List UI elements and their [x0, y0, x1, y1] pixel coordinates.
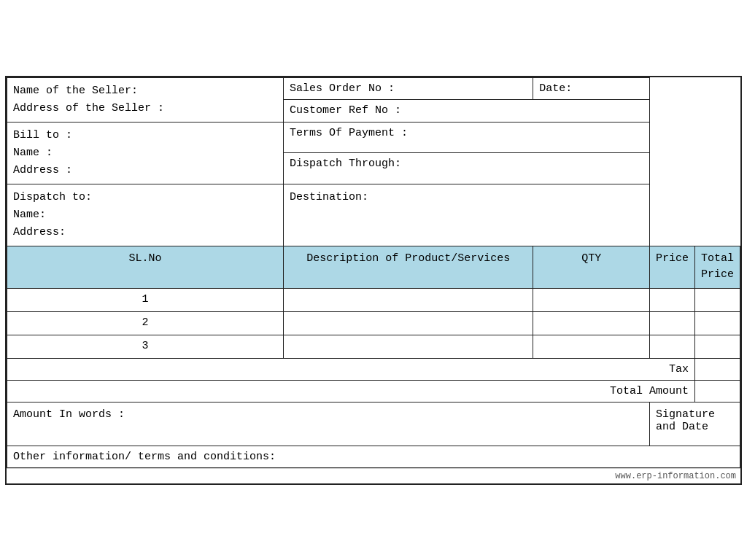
dispatch-through-cell: Dispatch Through: [283, 153, 649, 184]
row2-total [694, 311, 740, 335]
row2-desc [283, 311, 533, 335]
signature-label: Signatureand Date [656, 408, 715, 433]
watermark: www.erp-information.com [7, 468, 740, 483]
amount-signature-row: Amount In words : Signatureand Date [7, 402, 740, 446]
row2-price [649, 311, 694, 335]
total-amount-label-cell: Total Amount [7, 380, 695, 402]
other-info-row: Other information/ terms and conditions: [7, 446, 740, 467]
total-amount-row: Total Amount [7, 380, 740, 402]
destination-label: Destination: [290, 191, 368, 203]
other-info-cell: Other information/ terms and conditions: [7, 446, 740, 467]
row1-qty [533, 288, 650, 311]
bill-to-text: Bill to : Name : Address : [13, 127, 277, 179]
bill-to-cell: Bill to : Name : Address : [7, 122, 284, 184]
seller-name-label: Name of the Seller: [13, 85, 138, 97]
dispatch-to-label: Dispatch to: [13, 191, 92, 203]
customer-ref-cell: Customer Ref No : [283, 100, 649, 122]
row1-sl: 1 [7, 288, 284, 311]
dispatch-address-label: Address: [13, 226, 66, 238]
tax-row: Tax [7, 358, 740, 380]
dispatch-name-label: Name: [13, 209, 46, 221]
row1-total [694, 288, 740, 311]
invoice-table: Name of the Seller: Address of the Selle… [7, 77, 740, 468]
bill-to-label: Bill to : [13, 129, 72, 141]
col-header-price: Price [649, 246, 694, 288]
bill-terms-row: Bill to : Name : Address : Terms Of Paym… [7, 122, 740, 153]
invoice-container: Name of the Seller: Address of the Selle… [5, 76, 742, 485]
amount-words-cell: Amount In words : [7, 402, 650, 446]
total-amount-label: Total Amount [610, 385, 689, 397]
row3-price [649, 335, 694, 358]
table-row: 3 [7, 335, 740, 358]
bill-name-label: Name : [13, 147, 53, 159]
other-info-label: Other information/ terms and conditions: [13, 451, 276, 463]
row1-desc [283, 288, 533, 311]
total-amount-value-cell [694, 380, 740, 402]
row1-price [649, 288, 694, 311]
col-header-desc: Description of Product/Services [283, 246, 533, 288]
date-label: Date: [539, 82, 572, 95]
col-header-slno: SL.No [7, 246, 284, 288]
sales-order-label: Sales Order No : [290, 82, 395, 95]
amount-words-label: Amount In words : [13, 408, 125, 421]
row2-qty [533, 311, 650, 335]
dispatch-to-cell: Dispatch to: Name: Address: [7, 184, 284, 246]
bill-address-label: Address : [13, 164, 72, 176]
row3-qty [533, 335, 650, 358]
tax-label-cell: Tax [7, 358, 695, 380]
row3-total [694, 335, 740, 358]
destination-cell: Destination: [283, 184, 649, 246]
seller-sales-row: Name of the Seller: Address of the Selle… [7, 77, 740, 100]
col-header-qty: QTY [533, 246, 650, 288]
terms-payment-label: Terms Of Payment : [290, 127, 408, 139]
row3-desc [283, 335, 533, 358]
seller-info-cell: Name of the Seller: Address of the Selle… [7, 77, 284, 122]
column-headers-row: SL.No Description of Product/Services QT… [7, 246, 740, 288]
col-header-total: Total Price [694, 246, 740, 288]
seller-address-label: Address of the Seller : [13, 102, 164, 114]
date-cell: Date: [533, 77, 650, 100]
table-row: 1 [7, 288, 740, 311]
row3-sl: 3 [7, 335, 284, 358]
tax-value-cell [694, 358, 740, 380]
dispatch-to-text: Dispatch to: Name: Address: [13, 189, 277, 241]
sales-order-cell: Sales Order No : [283, 77, 533, 100]
tax-label: Tax [669, 363, 689, 376]
dispatch-destination-row: Dispatch to: Name: Address: Destination: [7, 184, 740, 246]
terms-payment-cell: Terms Of Payment : [283, 122, 649, 153]
customer-ref-label: Customer Ref No : [290, 104, 401, 117]
table-row: 2 [7, 311, 740, 335]
row2-sl: 2 [7, 311, 284, 335]
seller-info-text: Name of the Seller: Address of the Selle… [13, 82, 277, 117]
dispatch-through-label: Dispatch Through: [290, 158, 401, 170]
signature-cell: Signatureand Date [649, 402, 740, 446]
